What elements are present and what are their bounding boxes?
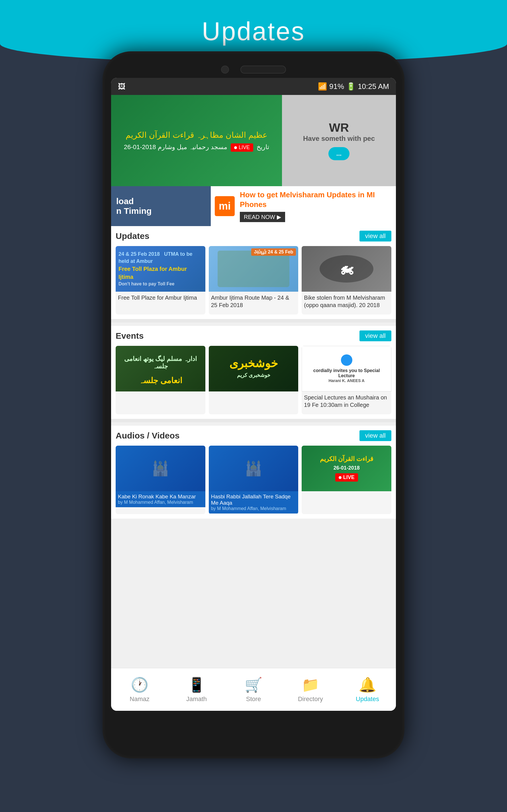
updates-icon: 🔔 [358,676,376,693]
live-badge: LIVE [231,143,253,152]
nav-item-jamath[interactable]: 📱 Jamath [168,674,225,706]
phone-top-bar [111,60,396,78]
status-icon: 🖼 [118,82,125,91]
av-section-title: Audios / Videos [116,431,180,441]
namaz-label: Namaz [129,695,150,703]
update-card-3-image: 🏍 [302,246,391,292]
page-title: Updates [202,17,305,46]
event-card-3-caption: Special Lectures an Mushaira on 19 Fe 10… [302,392,391,411]
av-card-3[interactable]: قراءت القرآن الکریم 26-01-2018 LIVE [302,446,391,514]
event-card-2-urdu: خوشخبری [229,357,278,370]
update-card-3[interactable]: 🏍 Bike stolen from M Melvisharam (oppo q… [302,246,391,314]
banner-date-text: 26-01-2018 تاریخ LIVE مسجد رحمانیہ میل و… [124,143,269,152]
event-card-1[interactable]: ادارہ مسلم لیگ یوتھ انعامی جلسہ انعامی ج… [116,346,205,414]
divider-1 [111,319,396,322]
bike-icon: 🏍 [320,255,374,283]
event-card-3-image: cordially invites you to Special Lecture… [302,346,391,392]
directory-icon: 📁 [302,676,319,693]
speaker-grille [240,65,286,73]
banner-right-text: Have someth with pec [303,135,375,143]
namaz-icon: 🕐 [131,676,149,693]
av-section-header: Audios / Videos view all [116,430,391,441]
promo-strip[interactable]: load n Timing mi How to get Melvisharam … [111,186,396,226]
banner-arabic-text: عظیم الشان مظاہرہ قراءت القرآن الکریم [126,130,268,141]
update-card-1-image: 24 & 25 Feb 2018 UTMA to be held at Ambu… [116,246,205,292]
updates-section-header: Updates view all [116,231,391,242]
front-camera [221,65,229,73]
banner-green-item[interactable]: عظیم الشان مظاہرہ قراءت القرآن الکریم 26… [111,95,282,186]
updates-section: Updates view all 24 & 25 Feb 2018 UTMA t… [111,226,396,319]
av-card-2[interactable]: 🕌 Hasbi Rabbi Jallallah Tere Sadqe Me Aa… [209,446,298,514]
promo-left-line2: n Timing [116,206,206,216]
events-view-all-button[interactable]: view all [359,331,391,341]
events-cards-row: ادارہ مسلم لیگ یوتھ انعامی جلسہ انعامی ج… [116,346,391,414]
event-card-3[interactable]: cordially invites you to Special Lecture… [302,346,391,414]
banner-right-button[interactable]: ... [328,147,349,160]
banner-right-title: WR [329,121,349,135]
map-visual [218,251,289,287]
store-label: Store [246,695,261,703]
status-right-icons: 📶 91% 🔋 10:25 AM [318,82,389,91]
mi-logo: mi [215,196,235,216]
updates-nav-label: Updates [356,695,379,703]
mosque-icon-1: 🕌 [152,460,169,477]
av-card-1[interactable]: 🕌 Kabe Ki Ronak Kabe Ka Manzar by M Moha… [116,446,205,514]
nav-item-updates[interactable]: 🔔 Updates [339,674,396,706]
promo-right[interactable]: mi How to get Melvisharam Updates in MI … [211,186,396,226]
nav-item-namaz[interactable]: 🕐 Namaz [111,674,168,706]
store-icon: 🛒 [245,676,262,693]
live-dot-3 [339,476,341,479]
av-card-3-date: 26-01-2018 [334,465,360,471]
av-cards-row: 🕌 Kabe Ki Ronak Kabe Ka Manzar by M Moha… [116,446,391,514]
jamath-label: Jamath [186,695,207,703]
promo-left-line1: load [116,196,206,206]
event-card-2[interactable]: خوشخبری خوشخبری کریم [209,346,298,414]
mosque-icon-2: 🕌 [245,460,262,477]
events-section-title: Events [116,331,144,341]
av-card-3-arabic: قراءت القرآن الکریم [320,455,374,463]
promo-left: load n Timing [111,186,211,226]
bottom-navigation: 🕐 Namaz 📱 Jamath 🛒 Store 📁 Directory 🔔 [111,668,396,711]
phone-outer-shell: 🖼 📶 91% 🔋 10:25 AM عظیم الشان مظاہرہ قرا… [103,51,404,758]
battery-percent: 91% [329,82,344,91]
av-card-2-image: 🕌 [209,446,298,491]
phone-device: 🖼 📶 91% 🔋 10:25 AM عظیم الشان مظاہرہ قرا… [103,51,404,758]
update-card-2[interactable]: அம்பூர் 24 & 25 Feb Ambur Ijtima Route M… [209,246,298,314]
read-now-button[interactable]: READ NOW ▶ [240,212,285,222]
update-card-1[interactable]: 24 & 25 Feb 2018 UTMA to be held at Ambu… [116,246,205,314]
event-card-1-image: ادارہ مسلم لیگ یوتھ انعامی جلسہ انعامی ج… [116,346,205,392]
banner-right-item[interactable]: WR Have someth with pec ... [282,95,396,186]
av-view-all-button[interactable]: view all [359,430,391,441]
jamath-icon: 📱 [188,676,205,693]
promo-text-block: How to get Melvisharam Updates in MI Pho… [240,190,392,222]
update-card-3-caption: Bike stolen from M Melvisharam (oppo qaa… [302,292,391,311]
nav-item-store[interactable]: 🛒 Store [225,674,282,706]
updates-view-all-button[interactable]: view all [359,231,391,242]
promo-title: How to get Melvisharam Updates in MI Pho… [240,190,392,210]
directory-label: Directory [298,695,323,703]
status-bar: 🖼 📶 91% 🔋 10:25 AM [111,78,396,95]
live-dot [234,146,237,149]
phone-screen: 🖼 📶 91% 🔋 10:25 AM عظیم الشان مظاہرہ قرا… [111,78,396,711]
av-card-3-live: LIVE [335,473,358,481]
nav-item-directory[interactable]: 📁 Directory [282,674,339,706]
banner-slider[interactable]: عظیم الشان مظاہرہ قراءت القرآن الکریم 26… [111,95,396,186]
update-card-2-image: அம்பூர் 24 & 25 Feb [209,246,298,292]
divider-2 [111,419,396,422]
events-section-header: Events view all [116,331,391,341]
av-card-2-title: Hasbi Rabbi Jallallah Tere Sadqe Me Aaqa… [209,491,298,513]
event-card-2-image: خوشخبری خوشخبری کریم [209,346,298,392]
update-card-1-caption: Free Toll Plaze for Ambur Ijtima [116,292,205,304]
event-card-1-urdu: انعامی جلسہ [139,376,182,385]
update-card-2-caption: Ambur Ijtima Route Map - 24 & 25 Feb 201… [209,292,298,311]
wifi-icon: 📶 [318,82,327,91]
av-card-1-title: Kabe Ki Ronak Kabe Ka Manzar by M Mohamm… [116,491,205,507]
audios-videos-section: Audios / Videos view all 🕌 Kabe Ki Ronak… [111,426,396,519]
av-card-3-image: قراءت القرآن الکریم 26-01-2018 LIVE [302,446,391,491]
clock: 10:25 AM [358,82,389,91]
events-section: Events view all ادارہ مسلم لیگ یوتھ انعا… [111,326,396,419]
updates-cards-row: 24 & 25 Feb 2018 UTMA to be held at Ambu… [116,246,391,314]
updates-section-title: Updates [116,231,149,241]
battery-icon: 🔋 [346,82,355,91]
av-card-1-image: 🕌 [116,446,205,491]
